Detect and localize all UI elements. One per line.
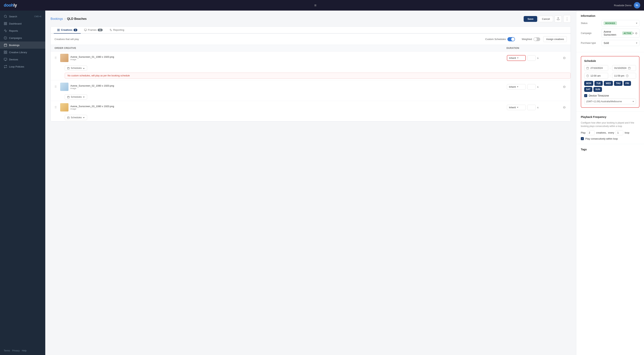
day-sun-button[interactable]: SUN — [594, 87, 602, 92]
remove-button-3[interactable]: ⊖ — [562, 105, 567, 110]
device-timezone-checkbox[interactable]: ✓ — [584, 94, 587, 97]
play-count-input[interactable] — [587, 130, 594, 135]
date-to-value: 31/10/2024 — [614, 66, 626, 70]
sidebar-item-reports[interactable]: Reports — [0, 27, 45, 34]
sidebar-item-search[interactable]: Search CMD+K — [0, 13, 45, 20]
schedules-row-1: Schedules ▲ — [51, 64, 570, 72]
duration-input-2[interactable] — [527, 84, 536, 90]
reporting-tab-icon — [110, 29, 112, 31]
weighted-toggle[interactable]: Weighted — [522, 37, 540, 41]
schedules-button-1[interactable]: Schedules ▲ — [65, 66, 87, 71]
play-label: Play — [581, 131, 586, 134]
drag-handle-1[interactable]: ⠿ — [54, 56, 58, 60]
duration-select-3[interactable]: Inherit — [507, 105, 526, 110]
playback-title: Playback Frequency — [581, 116, 640, 118]
schedules-button-3[interactable]: Schedules ▼ — [65, 115, 87, 120]
drag-handle-2[interactable]: ⠿ — [54, 85, 58, 89]
schedules-row-3: Schedules ▼ — [51, 114, 570, 121]
schedules-row-2: Schedules ▼ — [51, 93, 570, 101]
date-from-field[interactable]: 27/10/2024 — [584, 65, 608, 71]
duration-select-1[interactable]: Inherit — [507, 55, 526, 61]
remove-button-1[interactable]: ⊖ — [562, 55, 567, 60]
duration-unit-2: s — [537, 86, 538, 88]
svg-rect-19 — [59, 30, 60, 31]
menu-toggle-button[interactable]: ≡ — [314, 3, 316, 8]
tab-frames[interactable]: Frames 11 — [81, 26, 106, 34]
breadcrumb-sep: › — [64, 17, 66, 20]
drag-handle-3[interactable]: ⠿ — [54, 106, 58, 109]
timezone-value: (GMT+11:00) Australia/Melbourne — [586, 100, 622, 103]
table-row: ⠿ Avene_Sunscreen_01_1080 x 1920.png ima… — [51, 52, 570, 80]
sidebar-item-dashboard[interactable]: Dashboard — [0, 20, 45, 27]
schedules-chevron-down-3: ▼ — [83, 116, 85, 119]
footer-help-link[interactable]: Help — [22, 349, 26, 352]
play-consecutive-checkbox[interactable]: ✓ — [581, 137, 584, 140]
main-content: Bookings › QLD Beaches Save Cancel ⋮ — [45, 10, 576, 355]
every-count-input[interactable] — [616, 130, 623, 135]
duration-unit-1: s — [537, 56, 538, 60]
more-options-button[interactable]: ⋮ — [563, 15, 571, 23]
svg-rect-40 — [628, 67, 630, 69]
custom-schedules-toggle[interactable]: Custom Schedules — [485, 37, 515, 41]
duration-select-2[interactable]: Inherit — [507, 84, 526, 90]
time-to-field[interactable]: 11:59 pm — [612, 73, 636, 79]
remove-button-2[interactable]: ⊖ — [562, 84, 567, 90]
day-sat-button[interactable]: SAT — [584, 87, 592, 92]
campaign-dropdown[interactable]: Avene Sunscreen ACTIVE ⊙ — [602, 29, 640, 38]
duration-input-3[interactable] — [527, 105, 536, 110]
svg-rect-3 — [6, 24, 7, 25]
schedules-label-1: Schedules — [71, 67, 82, 70]
sidebar-item-loop-policies[interactable]: Loop Policies — [0, 63, 45, 70]
svg-rect-20 — [58, 30, 58, 31]
timezone-select[interactable]: (GMT+11:00) Australia/Melbourne — [584, 99, 636, 104]
schedules-button-2[interactable]: Schedules ▼ — [65, 94, 87, 100]
creative-thumb-placeholder-1 — [60, 54, 68, 62]
duration-input-1[interactable] — [527, 55, 536, 61]
every-count-stepper[interactable] — [616, 130, 623, 135]
sidebar-item-devices[interactable]: Devices — [0, 56, 45, 63]
export-icon — [557, 17, 560, 20]
svg-rect-36 — [587, 67, 589, 69]
tab-creatives[interactable]: Creatives 3 — [54, 26, 81, 34]
time-from-value: 12:00 am — [590, 74, 600, 77]
status-dropdown[interactable]: BOOKED — [602, 20, 640, 26]
device-timezone-label: Device Timezone — [589, 94, 609, 97]
weighted-switch[interactable] — [534, 37, 540, 41]
sidebar-item-bookings[interactable]: Bookings — [0, 42, 45, 49]
purchase-type-chevron — [636, 43, 638, 44]
assign-creatives-button[interactable]: Assign creatives — [543, 36, 567, 42]
day-wed-button[interactable]: WED — [604, 81, 613, 86]
sidebar-item-campaigns[interactable]: Campaigns — [0, 34, 45, 42]
day-thu-button[interactable]: THU — [614, 81, 622, 86]
campaign-link-icon[interactable]: ⊙ — [635, 32, 638, 35]
export-button[interactable] — [554, 16, 562, 22]
sidebar-item-campaigns-label: Campaigns — [9, 36, 22, 40]
save-button[interactable]: Save — [524, 16, 537, 22]
day-tue-button[interactable]: TUE — [594, 81, 603, 86]
loop-label: loop — [625, 131, 630, 134]
day-fri-button[interactable]: FRI — [624, 81, 631, 86]
footer-privacy-link[interactable]: Privacy — [12, 349, 20, 352]
tab-reporting[interactable]: Reporting — [106, 26, 128, 34]
date-to-field[interactable]: 31/10/2024 — [612, 65, 636, 71]
footer-terms-link[interactable]: Terms — [4, 349, 10, 352]
breadcrumb-parent[interactable]: Bookings — [50, 17, 63, 20]
schedules-chevron-down-2: ▼ — [83, 96, 85, 98]
tags-title: Tags — [581, 148, 640, 151]
svg-rect-32 — [68, 117, 70, 119]
play-count-stepper[interactable] — [587, 130, 594, 135]
svg-rect-18 — [59, 29, 60, 30]
weighted-label: Weighted — [522, 38, 532, 40]
schedule-panel-title: Schedule — [584, 60, 636, 62]
time-from-field[interactable]: 12:00 am — [584, 73, 608, 79]
col-header-creative: Creative — [64, 47, 506, 50]
custom-schedules-switch[interactable] — [508, 37, 515, 41]
main-card: Creatives 3 Frames 11 Reporting — [50, 26, 571, 122]
app-logo: doohly — [4, 3, 17, 8]
purchase-type-dropdown[interactable]: Sold — [602, 40, 640, 46]
svg-rect-13 — [4, 58, 7, 60]
sidebar-item-creative-library[interactable]: Creative Library — [0, 49, 45, 56]
day-mon-button[interactable]: MON — [584, 81, 593, 86]
avatar[interactable]: SL — [634, 2, 640, 8]
cancel-button[interactable]: Cancel — [539, 16, 553, 22]
